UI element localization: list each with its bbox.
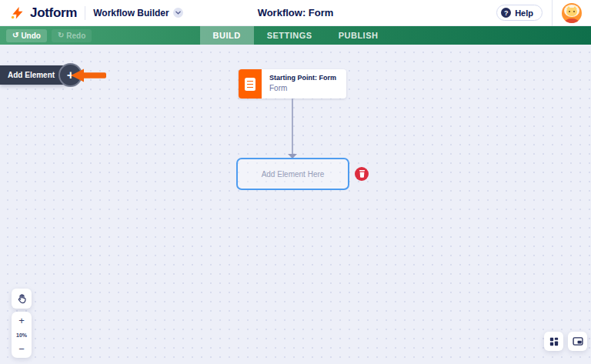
- zoom-out-button[interactable]: −: [18, 344, 25, 354]
- redo-icon: ↻: [58, 32, 64, 39]
- minimap-toggle-button[interactable]: [568, 332, 587, 351]
- minimap-icon: [573, 337, 583, 346]
- add-element-here-placeholder[interactable]: Add Element Here: [236, 158, 349, 190]
- undo-button[interactable]: ↺ Undo: [6, 29, 47, 42]
- header-divider: [552, 0, 553, 26]
- chevron-down-icon: [173, 8, 183, 18]
- jotform-logo[interactable]: Jotform: [9, 5, 77, 21]
- zoom-in-button[interactable]: +: [18, 316, 25, 326]
- trash-icon: [359, 170, 366, 178]
- tab-publish[interactable]: PUBLISH: [326, 26, 392, 45]
- workflow-builder-app: Jotform Workflow Builder Workflow: Form …: [0, 0, 591, 364]
- pan-tool-button[interactable]: [12, 289, 32, 309]
- help-icon: ?: [501, 8, 511, 18]
- connector-line: [292, 99, 293, 155]
- jotform-logo-icon: [9, 5, 25, 21]
- placeholder-label: Add Element Here: [262, 170, 325, 179]
- add-element-label: Add Element: [8, 71, 55, 79]
- help-button[interactable]: ? Help: [496, 5, 543, 21]
- add-element-button[interactable]: Add Element +: [0, 65, 72, 85]
- redo-button[interactable]: ↻ Redo: [52, 29, 92, 42]
- help-label: Help: [515, 8, 533, 18]
- header-right: ? Help: [496, 0, 582, 26]
- form-document-icon: [239, 69, 262, 99]
- history-controls: ↺ Undo ↻ Redo: [0, 26, 92, 45]
- user-avatar[interactable]: [562, 3, 582, 23]
- hand-pan-icon: [17, 294, 27, 304]
- redo-label: Redo: [66, 32, 85, 40]
- elements-panel-button[interactable]: [544, 332, 563, 351]
- brand-name: Jotform: [30, 5, 77, 21]
- product-name: Workflow Builder: [93, 8, 169, 18]
- tab-settings[interactable]: SETTINGS: [254, 26, 326, 45]
- elements-grid-icon: [549, 337, 559, 346]
- zoom-controls: + 10% −: [12, 312, 32, 358]
- builder-toolbar: BUILD SETTINGS PUBLISH ↺ Undo ↻ Redo: [0, 26, 591, 45]
- product-switcher[interactable]: Workflow Builder: [93, 8, 182, 18]
- undo-label: Undo: [21, 32, 41, 40]
- orange-arrow-annotation: [71, 68, 106, 82]
- app-header: Jotform Workflow Builder Workflow: Form …: [0, 0, 591, 26]
- start-node-title: Starting Point: Form: [269, 74, 336, 82]
- workflow-canvas[interactable]: Add Element + Starting Point: Form Form …: [0, 45, 591, 364]
- delete-node-button[interactable]: [355, 167, 369, 181]
- start-node[interactable]: Starting Point: Form Form: [239, 69, 346, 99]
- start-node-subtitle: Form: [269, 84, 336, 92]
- header-divider: [85, 6, 85, 20]
- tab-build[interactable]: BUILD: [200, 26, 254, 45]
- zoom-level: 10%: [16, 332, 27, 338]
- undo-icon: ↺: [12, 32, 18, 39]
